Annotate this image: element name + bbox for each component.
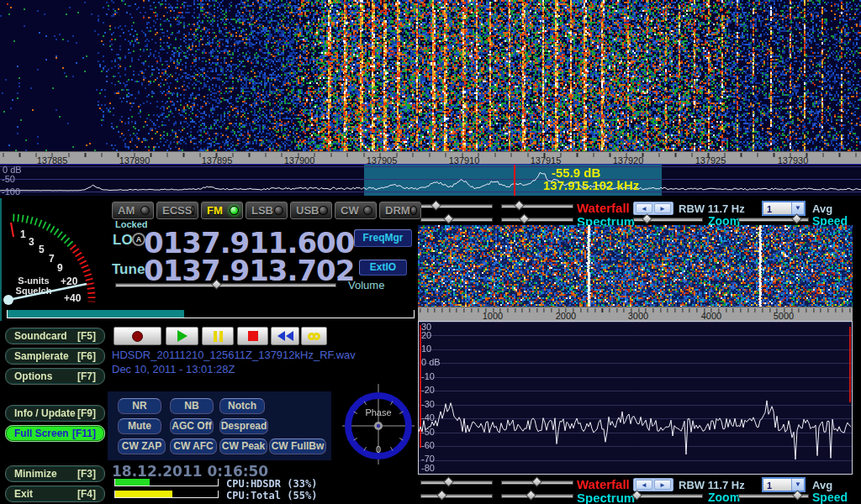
phase-indicator[interactable]: Phase 0 — [341, 382, 416, 466]
waterfall-label: Waterfall — [577, 201, 630, 215]
minimize-button[interactable]: Minimize[F3] — [5, 465, 105, 482]
strip-db-label: -50 — [2, 174, 15, 184]
strip-trace[interactable] — [0, 165, 861, 196]
audio-spectrum-panel[interactable]: 30 20 10 0 dB -10 -20 -30 -40 -50 -60 -7… — [418, 321, 853, 475]
avg-select[interactable]: 1 ▼ — [762, 201, 806, 216]
cw-fullbw-button[interactable]: CW FullBw — [269, 438, 326, 454]
slider-thumb[interactable] — [531, 476, 542, 487]
step-right-icon[interactable]: ► — [654, 480, 671, 490]
slider-thumb[interactable] — [526, 490, 536, 501]
squelch-level-fill — [8, 310, 184, 318]
mode-fm-button[interactable]: FM — [201, 202, 243, 219]
zoom-slider-bottom[interactable] — [633, 491, 703, 501]
cpu-total-fill — [115, 491, 172, 497]
zoom-slider[interactable] — [633, 215, 703, 224]
rewind-icon — [277, 331, 293, 341]
avg-select-bottom[interactable]: 1 ▼ — [762, 477, 806, 492]
spectrum-upper-level-slider[interactable] — [420, 215, 493, 224]
cw-peak-button[interactable]: CW Peak — [219, 438, 267, 454]
waterfall-upper-level-slider-bottom[interactable] — [420, 478, 493, 487]
slider-thumb[interactable] — [211, 279, 222, 290]
mode-cw-button[interactable]: CW — [335, 202, 377, 219]
s-meter: 1 3 5 7 9 +20 +40 S-units Squelch — [0, 200, 109, 311]
slider-thumb[interactable] — [444, 476, 455, 487]
pause-button[interactable] — [202, 327, 234, 345]
info-update-button[interactable]: Info / Update[F9] — [5, 405, 105, 422]
freq-tick-label: 4000 — [686, 311, 737, 321]
slider-thumb[interactable] — [642, 213, 652, 224]
exit-button[interactable]: Exit[F4] — [5, 486, 105, 502]
cw-zap-button[interactable]: CW ZAP — [118, 438, 166, 454]
waterfall-lower-level-slider[interactable] — [501, 202, 573, 211]
spectrum-label-bottom: Spectrum — [577, 491, 635, 504]
slider-thumb[interactable] — [791, 213, 802, 224]
volume-slider[interactable] — [115, 281, 336, 290]
tune-label: Tune — [112, 261, 145, 278]
main-waterfall-display[interactable] — [0, 0, 861, 151]
lo-frequency-display[interactable]: 0137.911.600 — [144, 228, 354, 257]
spectrum-lower-level-slider[interactable] — [501, 215, 573, 224]
slider-thumb[interactable] — [632, 490, 643, 501]
zoom-waterfall-display[interactable] — [418, 225, 853, 307]
mode-lsb-button[interactable]: LSB — [246, 202, 288, 219]
db-label: -40 — [421, 413, 435, 423]
freq-tick-label: 3000 — [613, 311, 663, 321]
rbw-stepper: ◄ ► — [633, 202, 673, 215]
mode-usb-button[interactable]: USB — [290, 202, 332, 219]
agc-button[interactable]: AGC Off — [170, 418, 214, 434]
squelch-level-bar[interactable] — [7, 310, 415, 318]
options-button[interactable]: Options[F7] — [5, 368, 105, 385]
step-left-icon[interactable]: ◄ — [636, 203, 652, 213]
slider-thumb[interactable] — [519, 213, 530, 224]
rewind-button[interactable] — [271, 327, 299, 345]
main-spectrum-strip[interactable]: 0 dB -50 -100 -55.9 dB 137.915.102 kHz — [0, 165, 861, 196]
speed-slider[interactable] — [738, 215, 809, 224]
stop-button[interactable] — [237, 327, 268, 345]
dropdown-arrow-icon[interactable]: ▼ — [791, 479, 804, 491]
cw-afc-button[interactable]: CW AFC — [170, 438, 217, 454]
extio-button[interactable]: ExtIO — [359, 260, 407, 276]
waterfall-label-bottom: Waterfall — [577, 477, 630, 491]
svg-text:7: 7 — [49, 253, 55, 265]
nr-button[interactable]: NR — [118, 398, 161, 414]
slider-thumb[interactable] — [444, 213, 455, 224]
audio-spectrum-trace[interactable] — [419, 322, 852, 474]
slider-thumb[interactable] — [514, 200, 525, 211]
loop-button[interactable] — [301, 327, 327, 345]
waterfall-upper-level-slider[interactable] — [420, 202, 493, 211]
samplerate-button[interactable]: Samplerate[F6] — [5, 348, 105, 365]
step-left-icon[interactable]: ◄ — [636, 480, 652, 490]
svg-text:Phase: Phase — [365, 407, 391, 417]
slider-thumb[interactable] — [793, 490, 804, 501]
svg-text:S-units: S-units — [18, 276, 49, 286]
despread-button[interactable]: Despread — [219, 418, 268, 434]
soundcard-button[interactable]: Soundcard[F5] — [5, 328, 105, 344]
spectrum-lower-level-slider-bottom[interactable] — [501, 491, 573, 501]
main-frequency-ruler[interactable]: 137885 137890 137895 137900 137905 13791… — [0, 151, 861, 165]
mode-drm-button[interactable]: DRM — [379, 202, 421, 219]
slider-thumb[interactable] — [436, 490, 447, 501]
loop-icon — [308, 333, 320, 340]
dropdown-arrow-icon[interactable]: ▼ — [791, 202, 804, 214]
record-button[interactable] — [114, 327, 161, 345]
step-right-icon[interactable]: ► — [654, 203, 671, 213]
nb-button[interactable]: NB — [170, 398, 214, 414]
led-icon — [363, 206, 372, 215]
audio-frequency-ruler[interactable]: 1000 2000 3000 4000 5000 — [418, 307, 853, 321]
speed-slider-bottom[interactable] — [738, 491, 809, 501]
fullscreen-button[interactable]: Full Screen[F11] — [5, 425, 105, 442]
notch-button[interactable]: Notch — [219, 398, 265, 414]
waterfall-lower-level-slider-bottom[interactable] — [501, 478, 573, 487]
mode-am-button[interactable]: AM — [112, 202, 154, 219]
svg-text:3: 3 — [29, 236, 34, 248]
slider-thumb[interactable] — [430, 200, 441, 211]
mute-button[interactable]: Mute — [118, 418, 161, 434]
freqmgr-button[interactable]: FreqMgr — [354, 229, 412, 247]
play-button[interactable] — [166, 327, 198, 345]
db-label: -30 — [421, 400, 435, 409]
mode-ecss-button[interactable]: ECSS — [156, 202, 198, 219]
freq-tick-label: 1000 — [467, 311, 518, 321]
lo-label: LO — [113, 232, 133, 249]
tune-marker[interactable] — [514, 165, 515, 196]
spectrum-upper-level-slider-bottom[interactable] — [420, 491, 493, 501]
